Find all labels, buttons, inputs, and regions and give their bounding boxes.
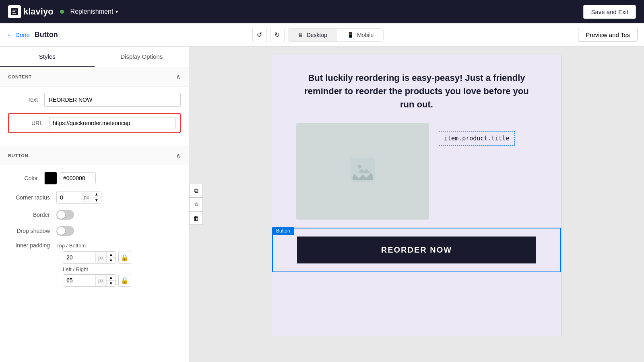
- border-toggle[interactable]: [56, 210, 74, 220]
- mobile-icon: 📱: [347, 32, 354, 38]
- content-section-header: CONTENT ∧: [0, 67, 189, 86]
- corner-radius-input[interactable]: [57, 192, 81, 203]
- corner-radius-label: Corner radius: [8, 194, 56, 201]
- border-toggle-thumb: [57, 211, 65, 219]
- top-bottom-lock-button[interactable]: 🔒: [118, 251, 131, 264]
- border-label: Border: [8, 212, 56, 218]
- save-exit-button[interactable]: Save and Exit: [583, 5, 636, 19]
- logo-text: klaviyo: [23, 6, 54, 17]
- corner-radius-spinners: ▲ ▼: [92, 191, 101, 203]
- top-bottom-up-button[interactable]: ▲: [107, 252, 116, 258]
- top-nav: klaviyo Replenishment ▾ Save and Exit: [0, 0, 644, 23]
- inner-padding-group: Inner padding Top / Bottom px ▲ ▼ 🔒 Left…: [8, 242, 181, 287]
- redo-icon: ↻: [275, 31, 280, 39]
- tab-styles[interactable]: Styles: [0, 47, 95, 67]
- toolbar-center: ↺ ↻ 🖥 Desktop 📱 Mobile: [252, 28, 384, 42]
- canvas-copy-button[interactable]: ⧉: [189, 184, 203, 197]
- reorder-now-button[interactable]: REORDER NOW: [297, 237, 536, 263]
- logo-icon: [8, 5, 21, 18]
- undo-button[interactable]: ↺: [252, 28, 267, 42]
- left-right-input-wrap: px ▲ ▼: [63, 274, 116, 287]
- placeholder-icon: [351, 158, 375, 185]
- nav-left: klaviyo Replenishment ▾: [8, 5, 118, 18]
- top-bottom-down-button[interactable]: ▼: [107, 258, 116, 263]
- text-input[interactable]: [44, 93, 181, 107]
- content-section-title: CONTENT: [8, 74, 32, 79]
- status-dot: [60, 10, 64, 14]
- drop-shadow-toggle[interactable]: [56, 226, 74, 236]
- button-section: REORDER NOW: [272, 228, 561, 272]
- url-field-row-highlight: URL: [8, 113, 181, 133]
- drop-shadow-label: Drop shadow: [8, 228, 56, 234]
- tab-display-options[interactable]: Display Options: [95, 47, 189, 67]
- toolbar-left: ← Done Button: [6, 31, 58, 39]
- corner-radius-up-button[interactable]: ▲: [92, 191, 101, 197]
- top-bottom-label: Top / Bottom: [56, 243, 86, 249]
- toolbar: ← Done Button ↺ ↻ 🖥 Desktop 📱 Mobile Pre…: [0, 23, 644, 47]
- mobile-label: Mobile: [357, 32, 374, 38]
- button-collapse-button[interactable]: ∧: [176, 152, 181, 159]
- corner-radius-row: Corner radius px ▲ ▼: [8, 191, 181, 204]
- content-collapse-button[interactable]: ∧: [176, 73, 181, 80]
- product-info: item.product.title: [439, 123, 537, 146]
- top-bottom-input-wrap: px ▲ ▼: [63, 251, 116, 264]
- left-right-down-button[interactable]: ▼: [107, 281, 116, 286]
- button-wrapper: Button REORDER NOW: [272, 228, 561, 272]
- back-label: Done: [15, 31, 30, 38]
- drop-shadow-row: Drop shadow: [8, 226, 181, 236]
- product-title-tag: item.product.title: [439, 131, 515, 146]
- color-field-row: Color: [8, 172, 181, 185]
- device-buttons: 🖥 Desktop 📱 Mobile: [288, 28, 384, 42]
- border-row: Border: [8, 210, 181, 220]
- preview-button[interactable]: Preview and Tes: [578, 28, 638, 42]
- url-input[interactable]: [49, 117, 176, 129]
- left-right-lock-button[interactable]: 🔒: [118, 274, 131, 287]
- desktop-icon: 🖥: [298, 32, 303, 38]
- replenishment-button[interactable]: Replenishment ▾: [70, 8, 118, 15]
- color-label: Color: [8, 175, 44, 181]
- back-button[interactable]: ← Done: [6, 31, 30, 39]
- product-image-placeholder: [296, 123, 429, 220]
- button-section-title: BUTTON: [8, 153, 28, 158]
- redo-button[interactable]: ↻: [270, 28, 285, 42]
- svg-point-2: [357, 165, 361, 169]
- top-bottom-unit: px: [95, 252, 106, 263]
- product-section: item.product.title: [296, 123, 537, 220]
- email-body: But luckily reordering is easy-peasy! Ju…: [272, 55, 561, 220]
- text-label: Text: [8, 97, 44, 103]
- text-field-row: Text: [8, 93, 181, 107]
- url-label: URL: [13, 120, 49, 126]
- content-form-body: Text URL: [0, 86, 189, 146]
- replenishment-label: Replenishment: [70, 8, 114, 15]
- color-swatch[interactable]: [44, 172, 57, 185]
- corner-radius-input-wrap: px ▲ ▼: [56, 191, 101, 204]
- corner-radius-down-button[interactable]: ▼: [92, 197, 101, 203]
- arrow-left-icon: ←: [6, 31, 13, 39]
- left-right-up-button[interactable]: ▲: [107, 275, 116, 281]
- mobile-button[interactable]: 📱 Mobile: [337, 29, 383, 41]
- corner-radius-unit: px: [81, 192, 92, 203]
- main-layout: Styles Display Options CONTENT ∧ Text UR…: [0, 47, 644, 362]
- email-text: But luckily reordering is easy-peasy! Ju…: [296, 71, 537, 111]
- canvas-delete-button[interactable]: 🗑: [189, 211, 203, 225]
- left-right-input[interactable]: [63, 275, 95, 286]
- left-right-input-row: px ▲ ▼ 🔒: [63, 274, 181, 287]
- klaviyo-logo: klaviyo: [8, 5, 54, 18]
- color-value-input[interactable]: [60, 172, 96, 184]
- canvas-star-button[interactable]: ☆: [189, 197, 203, 211]
- email-preview: But luckily reordering is easy-peasy! Ju…: [272, 55, 561, 336]
- tabs: Styles Display Options: [0, 47, 189, 67]
- left-right-label: Left / Right: [63, 266, 181, 272]
- button-section-header: BUTTON ∧: [0, 146, 189, 165]
- top-bottom-spinners: ▲ ▼: [106, 252, 116, 263]
- chevron-down-icon: ▾: [116, 9, 118, 14]
- undo-icon: ↺: [257, 31, 262, 39]
- button-form-body: Color Corner radius px ▲ ▼ Border: [0, 165, 189, 300]
- left-right-unit: px: [95, 275, 106, 286]
- left-right-spinners: ▲ ▼: [106, 275, 116, 286]
- canvas: ⧉ ☆ 🗑 But luckily reordering is easy-pea…: [189, 47, 644, 362]
- top-bottom-row: Inner padding Top / Bottom: [8, 242, 181, 249]
- top-bottom-input[interactable]: [63, 252, 95, 263]
- button-label-tag: Button: [272, 227, 294, 235]
- desktop-button[interactable]: 🖥 Desktop: [288, 29, 337, 41]
